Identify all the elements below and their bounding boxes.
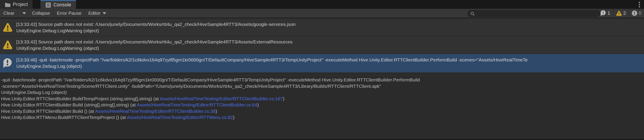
log-bubble-icon xyxy=(600,10,606,16)
search-icon xyxy=(470,11,475,16)
tab-bar: Project Console xyxy=(0,0,644,9)
detail-text: Hive.Unity.Editor.RTTClientBuilder:Build… xyxy=(1,96,160,101)
error-pause-label: Error Pause xyxy=(57,10,82,16)
detail-line: Hive.Unity.Editor.RTTClientBuilder:Build… xyxy=(1,108,642,115)
tab-console-label: Console xyxy=(53,2,71,8)
clear-button[interactable]: Clear xyxy=(0,9,18,17)
log-entry-row[interactable]: [13:33:46] -quit -batchmode -projectPath… xyxy=(0,54,644,72)
kebab-menu-icon[interactable] xyxy=(638,2,640,7)
detail-line: Hive.Unity.Editor.RTTMenu:BuildRTTClient… xyxy=(1,114,642,121)
collapse-label: Collapse xyxy=(32,10,50,16)
log-message: [13:33:42] Source path does not exist: /… xyxy=(16,39,644,45)
stacktrace-file-link[interactable]: Assets/HiveRealTimeTesting/Editor/RTTCli… xyxy=(95,109,216,114)
detail-text: Hive.Unity.Editor.RTTClientBuilder:Build… xyxy=(1,102,136,107)
detail-text: UnityEngine.Debug:Log (object) xyxy=(1,90,67,95)
detail-text: -scenes="Assets/HiveRealTimeTesting/Scen… xyxy=(1,84,381,89)
chevron-down-icon xyxy=(103,12,106,14)
editor-label: Editor xyxy=(88,10,100,16)
detail-line: -quit -batchmode -projectPath "/var/fold… xyxy=(1,77,642,83)
detail-text: ) xyxy=(216,109,217,114)
error-count-toggle[interactable]: 0 xyxy=(628,9,644,17)
log-level-counters: 1 2 0 xyxy=(597,9,644,17)
warning-triangle-icon xyxy=(3,40,13,50)
tab-project-label: Project xyxy=(13,1,28,7)
folder-icon xyxy=(5,2,10,7)
log-entry-list: [13:33:42] Source path does not exist: /… xyxy=(0,19,644,72)
collapse-button[interactable]: Collapse xyxy=(29,9,54,17)
error-pause-button[interactable]: Error Pause xyxy=(54,9,85,17)
chevron-down-icon xyxy=(22,12,26,14)
warning-triangle-icon xyxy=(616,10,622,16)
detail-text: ) xyxy=(283,96,284,101)
clear-label: Clear xyxy=(3,10,14,16)
detail-line: -scenes="Assets/HiveRealTimeTesting/Scen… xyxy=(1,83,642,89)
warning-count: 2 xyxy=(623,10,626,16)
detail-line: Hive.Unity.Editor.RTTClientBuilder:Build… xyxy=(1,96,642,102)
error-octagon-icon xyxy=(632,10,638,16)
log-detail-pane: -quit -batchmode -projectPath "/var/fold… xyxy=(0,73,644,139)
log-message: [13:33:46] -quit -batchmode -projectPath… xyxy=(16,57,644,63)
warning-count-toggle[interactable]: 2 xyxy=(613,9,628,17)
log-entry-row[interactable]: [13:33:42] Source path does not exist: /… xyxy=(0,36,644,54)
detail-text: ) xyxy=(233,115,234,120)
detail-text: Hive.Unity.Editor.RTTMenu:BuildRTTClient… xyxy=(1,115,127,120)
detail-line: UnityEngine.Debug:Log (object) xyxy=(1,89,642,96)
log-source: UnityEngine.Debug:LogWarning (object) xyxy=(16,27,644,34)
editor-dropdown-button[interactable]: Editor xyxy=(85,9,110,17)
detail-text: ) xyxy=(257,102,259,107)
detail-text: Hive.Unity.Editor.RTTClientBuilder:Build… xyxy=(1,109,95,114)
log-source: UnityEngine.Debug:LogWarning (object) xyxy=(16,45,644,51)
search-input[interactable] xyxy=(476,11,595,16)
error-count: 0 xyxy=(639,10,641,16)
warning-triangle-icon xyxy=(3,22,13,32)
log-bubble-icon xyxy=(3,58,13,68)
detail-line: Hive.Unity.Editor.RTTClientBuilder:Build… xyxy=(1,102,642,108)
log-message: [13:33:42] Source path does not exist: /… xyxy=(16,21,644,27)
log-source: UnityEngine.Debug:Log (object) xyxy=(16,63,644,69)
log-entry-row[interactable]: [13:33:42] Source path does not exist: /… xyxy=(0,19,644,36)
tab-console[interactable]: Console xyxy=(40,0,76,9)
detail-stacktrace: -quit -batchmode -projectPath "/var/fold… xyxy=(1,77,642,121)
tab-project[interactable]: Project xyxy=(0,0,32,9)
stacktrace-file-link[interactable]: Assets/HiveRealTimeTesting/Editor/RTTCli… xyxy=(136,102,257,107)
detail-text: -quit -batchmode -projectPath "/var/fold… xyxy=(1,77,420,82)
log-count: 1 xyxy=(608,10,610,16)
console-icon xyxy=(45,2,51,7)
stacktrace-file-link[interactable]: Assets/HiveRealTimeTesting/Editor/RTTMen… xyxy=(127,115,233,120)
log-count-toggle[interactable]: 1 xyxy=(597,9,613,17)
console-toolbar: Clear Collapse Error Pause Editor 1 2 0 xyxy=(0,9,644,18)
detail-pane-divider xyxy=(0,75,644,75)
search-box[interactable] xyxy=(468,10,600,17)
stacktrace-file-link[interactable]: Assets/HiveRealTimeTesting/Editor/RTTCli… xyxy=(160,96,283,101)
clear-dropdown-button[interactable] xyxy=(18,9,29,17)
unity-console-window: Project Console Clear Collapse Error Pau… xyxy=(0,0,644,140)
